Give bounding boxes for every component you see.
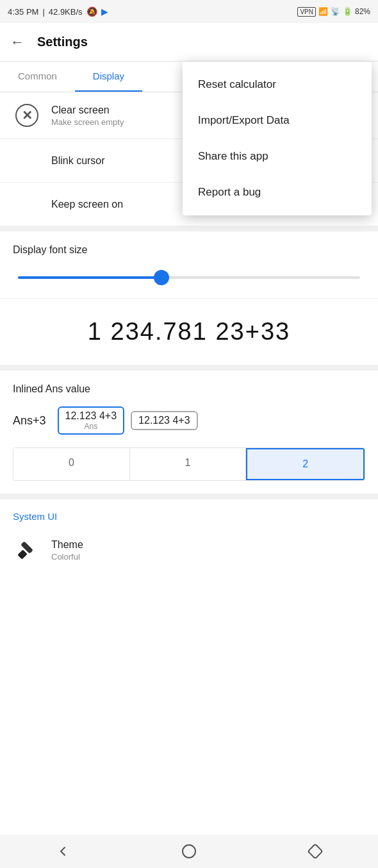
battery-icon: 🔋 <box>343 7 352 16</box>
nav-home-icon <box>182 844 196 858</box>
clear-screen-icon: ✕ <box>13 101 41 129</box>
divider-1 <box>0 226 378 231</box>
battery-level: 82% <box>355 7 370 16</box>
slider-fill <box>18 276 161 279</box>
theme-icon <box>13 536 41 564</box>
ans-box-selected: 12.123 4+3 Ans <box>58 406 125 435</box>
dropdown-item-reset[interactable]: Reset calculator <box>183 67 372 103</box>
page-title: Settings <box>37 35 88 49</box>
dropdown-item-bug[interactable]: Report a bug <box>183 174 372 210</box>
svg-rect-0 <box>17 549 28 560</box>
divider-2 <box>0 365 378 371</box>
nav-back-button[interactable] <box>47 842 79 860</box>
nav-recent-icon <box>307 843 323 859</box>
option-btn-1[interactable]: 1 <box>130 448 247 480</box>
inlined-ans-section: Inlined Ans value Ans+3 12.123 4+3 Ans 1… <box>0 371 378 494</box>
option-buttons: 0 1 2 <box>13 447 365 481</box>
theme-title: Theme <box>51 539 365 551</box>
status-network: | <box>42 7 44 17</box>
slider-thumb[interactable] <box>154 270 169 285</box>
dropdown-item-share[interactable]: Share this app <box>183 138 372 174</box>
dropdown-item-import-export[interactable]: Import/Export Data <box>183 103 372 138</box>
system-ui-section: System UI <box>0 499 378 527</box>
ans-box-selected-value: 12.123 4+3 <box>65 410 117 422</box>
mute-icon: 🔕 <box>86 6 97 17</box>
ans-label: Ans+3 <box>13 414 46 428</box>
status-speed: 42.9KB/s <box>49 7 83 17</box>
status-left: 4:35 PM | 42.9KB/s 🔕 ▶ <box>8 6 108 17</box>
brush-icon <box>15 538 38 562</box>
bottom-nav <box>0 835 378 868</box>
theme-item[interactable]: Theme Colorful <box>0 527 378 573</box>
dropdown-menu: Reset calculator Import/Export Data Shar… <box>183 62 372 215</box>
tab-display[interactable]: Display <box>75 62 142 92</box>
status-time: 4:35 PM <box>8 7 38 17</box>
nav-recent-button[interactable] <box>299 842 331 860</box>
theme-subtitle: Colorful <box>51 552 365 562</box>
font-preview-text: 1 234.781 23+33 <box>13 318 365 346</box>
nav-back-icon <box>55 844 70 859</box>
option-btn-2[interactable]: 2 <box>246 448 365 480</box>
ans-box-unselected-value: 12.123 4+3 <box>138 415 190 426</box>
tab-common[interactable]: Common <box>0 62 75 92</box>
slider-track[interactable] <box>18 276 360 279</box>
status-bar: 4:35 PM | 42.9KB/s 🔕 ▶ VPN 📶 📡 🔋 82% <box>0 0 378 23</box>
slider-container[interactable] <box>13 267 365 292</box>
ans-box-unselected: 12.123 4+3 <box>131 411 198 430</box>
vpn-badge: VPN <box>297 7 316 17</box>
play-icon: ▶ <box>101 6 108 17</box>
header: ← Settings <box>0 23 378 62</box>
x-circle-icon: ✕ <box>15 104 38 127</box>
divider-3 <box>0 494 378 499</box>
ans-box-selected-sub: Ans <box>84 422 97 431</box>
wifi-icon: 📡 <box>331 7 340 16</box>
option-btn-0[interactable]: 0 <box>13 448 130 480</box>
system-ui-label: System UI <box>13 511 365 522</box>
font-size-section: Display font size <box>0 231 378 299</box>
back-button[interactable]: ← <box>10 34 24 51</box>
signal-icon: 📶 <box>318 7 328 16</box>
status-right: VPN 📶 📡 🔋 82% <box>297 7 370 17</box>
theme-text: Theme Colorful <box>51 539 365 562</box>
font-preview-section: 1 234.781 23+33 <box>0 299 378 365</box>
inlined-ans-label: Inlined Ans value <box>13 383 365 395</box>
ans-examples: Ans+3 12.123 4+3 Ans 12.123 4+3 <box>13 406 365 435</box>
font-size-label: Display font size <box>13 244 365 256</box>
nav-home-button[interactable] <box>173 842 205 860</box>
